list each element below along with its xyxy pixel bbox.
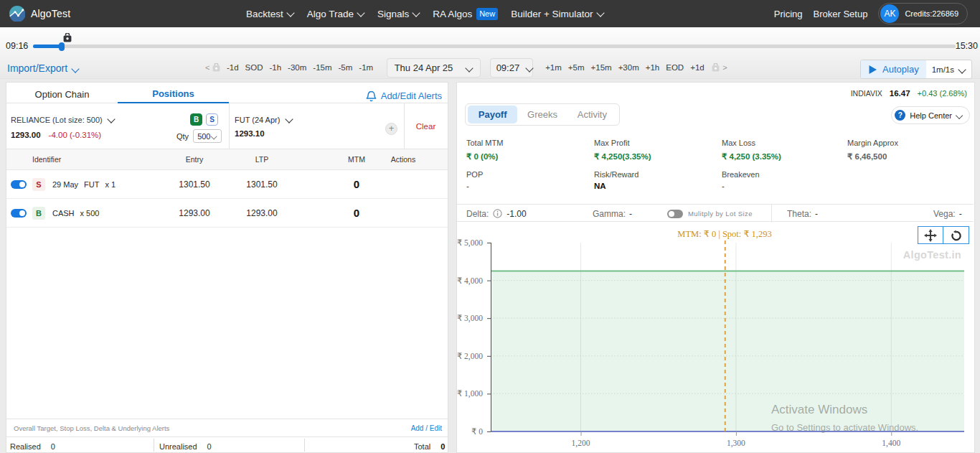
indiavix-change: +0.43 (2.68%)	[918, 89, 967, 98]
stat-label: Risk/Reward	[594, 170, 651, 179]
credits-pill[interactable]: AK Credits:226869	[878, 3, 968, 24]
credits-text: Credits:226869	[905, 9, 958, 18]
divider	[771, 205, 772, 223]
position-toggle[interactable]	[11, 180, 27, 189]
gamma-label: Gamma:	[593, 209, 626, 219]
nav-item-signals[interactable]: Signals	[377, 9, 420, 19]
autoplay-button[interactable]: Autoplay	[861, 60, 926, 78]
future-name: FUT (24 Apr)	[235, 116, 280, 124]
alerts-footer-text: Overall Target, Stop Loss, Delta & Under…	[14, 424, 169, 432]
qty-select[interactable]: 500	[193, 129, 222, 143]
position-toggle[interactable]	[11, 209, 27, 218]
clear-button[interactable]: Clear	[404, 103, 448, 149]
lot-size-toggle[interactable]	[667, 210, 683, 218]
nav-item-label: Backtest	[246, 9, 283, 19]
next-trade-bag-icon[interactable]	[712, 63, 720, 72]
broker-setup-link[interactable]: Broker Setup	[814, 9, 868, 19]
step-plus1h[interactable]: +1h	[642, 63, 663, 72]
unrealised-label: Unrealised	[159, 442, 197, 451]
step-plus15m[interactable]: +15m	[588, 63, 615, 72]
algotest-app: AlgoTest BacktestAlgo TradeSignalsRA Alg…	[0, 0, 980, 453]
tab-payoff[interactable]: Payoff	[468, 106, 517, 123]
play-icon	[868, 65, 877, 75]
help-center-button[interactable]: ? Help Center	[891, 106, 970, 124]
unrealised-value: 0	[207, 442, 212, 451]
payoff-panel: INDIAVIX 16.47 +0.43 (2.68%) PayoffGreek…	[456, 82, 975, 453]
prev-trade-bag-icon[interactable]	[212, 63, 220, 72]
step-SOD[interactable]: SOD	[242, 63, 266, 72]
nav-item-ra-algos[interactable]: RA AlgosNew	[433, 8, 498, 20]
divider	[154, 439, 154, 452]
time-picker[interactable]: 09:27	[490, 58, 533, 78]
avatar[interactable]: AK	[880, 4, 899, 23]
position-row: BCASHx 5001293.001293.000	[6, 199, 448, 228]
add-leg-button[interactable]: +	[385, 123, 397, 135]
pan-button[interactable]	[918, 226, 943, 244]
instrument-row: RELIANCE (Lot size: 500) 1293.00 -4.00 (…	[6, 103, 448, 149]
lot-size-toggle-group: Mulitply by Lot Size	[667, 205, 753, 223]
step-minus15m[interactable]: -15m	[310, 63, 335, 72]
qty-row: Qty 500	[176, 129, 222, 143]
y-tick-label: ₹ 5,000	[457, 238, 483, 248]
lot-size-toggle-label: Mulitply by Lot Size	[688, 210, 753, 218]
tab-option-chain[interactable]: Option Chain	[6, 83, 118, 103]
step-plus1m[interactable]: +1m	[542, 63, 565, 72]
timeline-slider-track[interactable]	[33, 45, 956, 48]
add-edit-link[interactable]: Add / Edit	[411, 424, 442, 432]
step-plus5m[interactable]: +5m	[565, 63, 588, 72]
underlying-select[interactable]: RELIANCE (Lot size: 500)	[11, 116, 115, 124]
tab-activity[interactable]: Activity	[567, 106, 617, 123]
step-minus5m[interactable]: -5m	[335, 63, 356, 72]
step-EOD[interactable]: EOD	[663, 63, 687, 72]
algotest-logo-icon	[9, 6, 25, 22]
chevron-down-icon	[286, 116, 293, 122]
nav-item-label: Builder + Simulator	[511, 9, 593, 19]
future-select[interactable]: FUT (24 Apr)	[235, 116, 293, 124]
delta-stat: Delta: -1.00	[466, 205, 527, 223]
payoff-tabs: PayoffGreeksActivity	[465, 103, 620, 126]
next-trade-arrow[interactable]: >	[721, 63, 728, 72]
chart-watermark: AlgoTest.in	[903, 249, 961, 261]
autoplay-group: Autoplay 1m/1s	[860, 60, 972, 79]
chevron-down-icon	[598, 9, 604, 16]
nav-item-algo-trade[interactable]: Algo Trade	[307, 9, 364, 19]
nav-item-backtest[interactable]: Backtest	[246, 9, 294, 19]
header-actions: Actions	[374, 149, 432, 169]
nav-item-label: Signals	[377, 9, 409, 19]
side-badge: S	[32, 178, 45, 191]
nav-item-builder-simulator[interactable]: Builder + Simulator	[511, 9, 603, 19]
sell-button[interactable]: S	[206, 113, 218, 126]
stat-label: Total MTM	[466, 139, 503, 147]
position-kind: FUT	[84, 180, 99, 189]
step-plus1d[interactable]: +1d	[687, 63, 708, 72]
info-icon[interactable]	[493, 209, 502, 218]
brand[interactable]: AlgoTest	[9, 6, 70, 22]
pricing-link[interactable]: Pricing	[774, 9, 803, 19]
tab-positions[interactable]: Positions	[118, 83, 229, 103]
speed-select[interactable]: 1m/1s	[926, 60, 971, 78]
position-identifier: BCASHx 500	[11, 199, 99, 228]
step-minus1d[interactable]: -1d	[223, 63, 242, 72]
buy-button[interactable]: B	[190, 113, 202, 126]
future-price: 1293.10	[235, 129, 265, 138]
stat-value: -	[466, 182, 503, 190]
activate-windows-overlay: Activate Windows Go to Settings to activ…	[771, 403, 918, 433]
trade-marker-icon[interactable]	[63, 33, 72, 42]
timeline-slider-fill	[33, 45, 60, 48]
theta-stat: Theta: -	[787, 205, 818, 223]
reset-zoom-button[interactable]	[943, 226, 969, 244]
prev-trade-arrow[interactable]: <	[204, 63, 211, 72]
tab-greeks[interactable]: Greeks	[517, 106, 567, 123]
step-plus30m[interactable]: +30m	[615, 63, 642, 72]
date-picker[interactable]: Thu 24 Apr 25	[387, 58, 481, 78]
back-steps: -1dSOD-1h-30m-15m-5m-1m	[223, 63, 376, 72]
step-minus30m[interactable]: -30m	[285, 63, 310, 72]
step-minus1h[interactable]: -1h	[266, 63, 285, 72]
indiavix-value: 16.47	[890, 89, 910, 98]
position-actions	[374, 199, 432, 227]
step-minus1m[interactable]: -1m	[356, 63, 377, 72]
import-export-dropdown[interactable]: Import/Export	[7, 62, 79, 74]
divider	[304, 439, 305, 452]
payoff-chart: MTM: ₹ 0 | Spot: ₹ 1,293 ₹ 0₹ 1,000₹ 2,0…	[457, 222, 974, 452]
timeline-slider-handle[interactable]	[59, 42, 65, 51]
